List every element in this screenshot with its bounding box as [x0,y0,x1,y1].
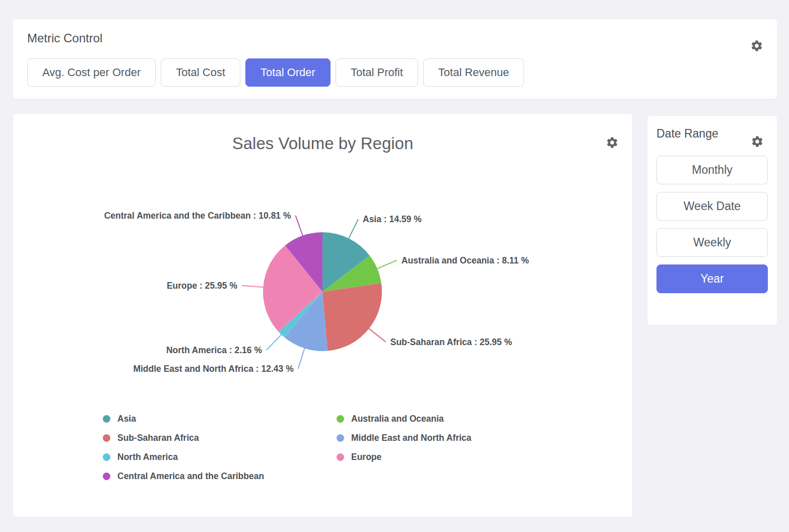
legend-label: Australia and Oceania [351,414,444,424]
legend-label: Sub-Saharan Africa [117,433,199,443]
legend-dot-icon [337,434,344,442]
gear-icon[interactable] [606,136,619,149]
pie-label-asia: Asia : 14.59 % [363,214,422,224]
pie-slice-sub-saharan-africa[interactable] [322,283,382,351]
pie-chart: Asia : 14.59 %Australia and Oceania : 8.… [13,194,632,404]
metric-control-panel: Metric Control Avg. Cost per OrderTotal … [13,19,777,99]
pie-label-line-north-america [267,335,281,350]
pie-label-line-sub-saharan-africa [369,328,385,342]
pie-label-north-america: North America : 2.16 % [166,345,262,355]
legend-label: Central America and the Caribbean [117,471,264,482]
legend-label: Europe [351,452,381,462]
chart-title: Sales Volume by Region [13,134,632,153]
metric-button-avg-cost-per-order[interactable]: Avg. Cost per Order [27,58,156,87]
legend-label: Middle East and North Africa [351,433,472,443]
legend-item-australia-and-oceania[interactable]: Australia and Oceania [337,412,472,426]
pie-label-sub-saharan-africa: Sub-Saharan Africa : 25.95 % [390,337,512,347]
legend-label: Asia [117,414,136,424]
gear-icon[interactable] [751,135,764,148]
date-range-panel: Date Range MonthlyWeek DateWeeklyYear [647,116,777,325]
legend-item-central-america-and-the-caribbean[interactable]: Central America and the Caribbean [103,470,337,483]
pie-label-line-europe [242,286,263,287]
chart-legend: AsiaAustralia and OceaniaSub-Saharan Afr… [103,412,472,483]
legend-dot-icon [103,453,110,461]
metric-button-total-order[interactable]: Total Order [245,58,331,87]
date-range-button-week-date[interactable]: Week Date [656,192,768,221]
date-range-button-weekly[interactable]: Weekly [656,228,768,257]
date-range-button-monthly[interactable]: Monthly [656,156,768,184]
pie-label-central-america-and-the-caribbean: Central America and the Caribbean : 10.8… [104,211,291,221]
pie-label-line-middle-east-and-north-africa [298,349,305,369]
legend-item-middle-east-and-north-africa[interactable]: Middle East and North Africa [337,431,472,445]
metric-button-total-cost[interactable]: Total Cost [161,58,240,87]
pie-label-line-central-america-and-the-caribbean [296,216,303,236]
legend-label: North America [117,452,178,462]
pie-label-australia-and-oceania: Australia and Oceania : 8.11 % [402,255,529,265]
legend-item-sub-saharan-africa[interactable]: Sub-Saharan Africa [103,431,337,445]
date-range-button-group: MonthlyWeek DateWeeklyYear [656,156,768,293]
gear-icon[interactable] [750,39,763,52]
date-range-button-year[interactable]: Year [656,264,768,293]
legend-dot-icon [103,415,110,423]
legend-dot-icon [337,453,344,461]
metric-button-total-revenue[interactable]: Total Revenue [423,58,524,87]
legend-item-north-america[interactable]: North America [103,450,337,464]
legend-dot-icon [103,434,110,442]
legend-dot-icon [103,473,110,480]
legend-item-europe[interactable]: Europe [337,450,472,464]
legend-dot-icon [337,415,344,423]
pie-label-line-australia-and-oceania [377,260,397,269]
metric-button-total-profit[interactable]: Total Profit [336,58,418,87]
pie-label-line-asia [349,219,358,238]
metric-control-title: Metric Control [27,31,763,45]
pie-label-europe: Europe : 25.95 % [167,281,237,291]
chart-panel: Sales Volume by Region Asia : 14.59 %Aus… [13,114,632,517]
legend-item-asia[interactable]: Asia [103,412,337,426]
pie-label-middle-east-and-north-africa: Middle East and North Africa : 12.43 % [133,364,294,374]
metric-button-group: Avg. Cost per OrderTotal CostTotal Order… [27,58,763,87]
